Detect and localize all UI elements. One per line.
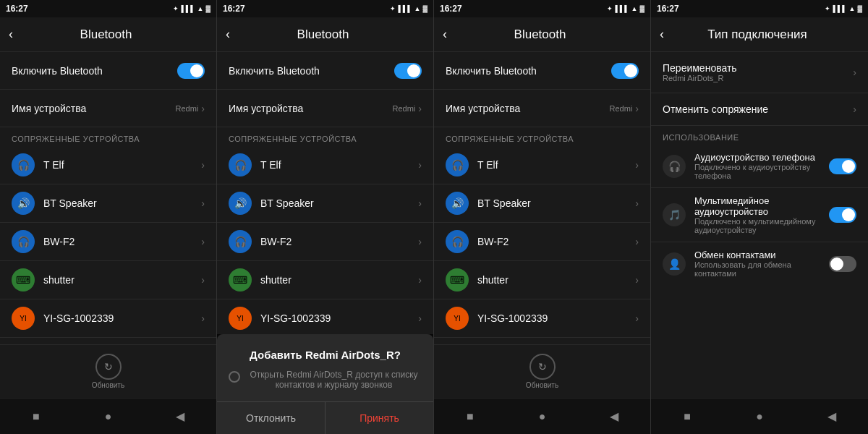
screen-title-3: Bluetooth [456, 27, 624, 42]
device-icon-bw-f2-3: 🎧 [446, 230, 469, 253]
device-shutter-1[interactable]: ⌨ shutter › [0, 261, 216, 299]
chevron-yi-sg-2: › [418, 312, 422, 324]
device-yi-sg-2[interactable]: YI YI-SG-1002339 › [217, 299, 433, 338]
battery-icon-3: ▓ [639, 5, 644, 12]
device-bt-music-1[interactable]: 🎧 Bluetooth music › [0, 338, 216, 344]
device-name-bt-speaker-3: BT Speaker [477, 197, 635, 209]
enable-bt-toggle-2[interactable] [394, 63, 422, 79]
status-bar-2: 16:27 ✦ ▌▌▌ ▲ ▓ [217, 0, 433, 17]
decline-button-2[interactable]: Отклонить [217, 402, 325, 434]
device-name-row-1[interactable]: Имя устройства Redmi › [0, 90, 216, 127]
toggle-contacts-4[interactable] [829, 256, 856, 272]
toggle-multimedia-4[interactable] [829, 207, 856, 223]
device-shutter-2[interactable]: ⌨ shutter › [217, 261, 433, 299]
bottom-bar-4: ■ ● ◀ [651, 398, 868, 434]
usage-sublabel-contacts-4: Использовать для обмена контактами [694, 260, 820, 278]
device-name-row-2[interactable]: Имя устройства Redmi › [217, 90, 433, 127]
device-bw-f2-3[interactable]: 🎧 BW-F2 › [434, 223, 650, 261]
bottom-bar-3: ■ ● ◀ [434, 398, 650, 434]
usage-text-phone-4: Аудиоустройство телефона Подключено к ау… [694, 152, 820, 180]
chevron-t-elf-2: › [418, 159, 422, 171]
nav-square-3[interactable]: ■ [456, 402, 485, 431]
paired-section-1: СОПРЯЖЕННЫЕ УСТРОЙСТВА [0, 127, 216, 146]
nav-square-1[interactable]: ■ [22, 402, 51, 431]
chevron-yi-sg-3: › [635, 312, 639, 324]
accept-button-2[interactable]: Принять [326, 402, 433, 434]
device-t-elf-2[interactable]: 🎧 T Elf › [217, 146, 433, 184]
nav-circle-3[interactable]: ● [527, 402, 556, 431]
enable-bt-row-2[interactable]: Включить Bluetooth [217, 52, 433, 90]
enable-bt-toggle-1[interactable] [177, 63, 205, 79]
device-t-elf-1[interactable]: 🎧 T Elf › [0, 146, 216, 184]
nav-back-4[interactable]: ◀ [817, 402, 846, 431]
device-name-row-3[interactable]: Имя устройства Redmi › [434, 90, 650, 127]
enable-bt-row-1[interactable]: Включить Bluetooth [0, 52, 216, 90]
bt-icon-4: ✦ [825, 5, 830, 12]
enable-bt-toggle-3[interactable] [611, 63, 639, 79]
bt-icon-2: ✦ [390, 5, 396, 12]
device-bt-speaker-1[interactable]: 🔊 BT Speaker › [0, 184, 216, 223]
toggle-phone-4[interactable] [829, 158, 856, 174]
top-bar-1: ‹ Bluetooth [0, 17, 216, 52]
wifi-icon-1: ▲ [197, 5, 204, 12]
device-name-yi-sg-3: YI-SG-1002339 [477, 312, 635, 324]
device-name-yi-sg-2: YI-SG-1002339 [260, 312, 418, 324]
device-bt-speaker-3[interactable]: 🔊 BT Speaker › [434, 184, 650, 223]
signal-icon-3: ▌▌▌ [615, 5, 629, 12]
device-t-elf-3[interactable]: 🎧 T Elf › [434, 146, 650, 184]
back-button-3[interactable]: ‹ [443, 27, 447, 42]
device-name-t-elf-3: T Elf [477, 159, 635, 171]
usage-sublabel-multimedia-4: Подключено к мультимедийному аудиоустрой… [694, 217, 820, 234]
time-4: 16:27 [657, 4, 679, 14]
back-button-4[interactable]: ‹ [660, 27, 664, 42]
dialog-radio-2[interactable] [229, 371, 240, 383]
content-1: Включить Bluetooth Имя устройства Redmi … [0, 52, 216, 344]
device-icon-yi-sg-2: YI [229, 307, 252, 330]
device-shutter-3[interactable]: ⌨ shutter › [434, 261, 650, 299]
usage-sublabel-phone-4: Подключено к аудиоустройству телефона [694, 163, 820, 180]
usage-label-phone-4: Аудиоустройство телефона [694, 152, 820, 163]
dialog-actions-2: Отклонить Принять [217, 401, 433, 434]
time-1: 16:27 [6, 4, 28, 14]
unpair-row-4[interactable]: Отменить сопряжение › [651, 93, 868, 126]
device-bw-f2-1[interactable]: 🎧 BW-F2 › [0, 223, 216, 261]
time-2: 16:27 [223, 4, 245, 14]
rename-label-4: Переименовать [663, 62, 853, 74]
top-bar-3: ‹ Bluetooth [434, 17, 650, 52]
usage-icon-contacts-4: 👤 [663, 252, 686, 276]
status-bar-3: 16:27 ✦ ▌▌▌ ▲ ▓ [434, 0, 650, 17]
chevron-t-elf-3: › [635, 159, 639, 171]
refresh-icon-3[interactable]: ↻ [529, 354, 556, 380]
signal-icon-2: ▌▌▌ [398, 5, 412, 12]
device-icon-t-elf-1: 🎧 [12, 153, 35, 176]
refresh-area-3[interactable]: ↻ Обновить [434, 344, 650, 398]
enable-bt-row-3[interactable]: Включить Bluetooth [434, 52, 650, 90]
device-name-bw-f2-1: BW-F2 [43, 236, 201, 247]
nav-circle-4[interactable]: ● [745, 402, 774, 431]
nav-back-3[interactable]: ◀ [600, 402, 629, 431]
back-button-1[interactable]: ‹ [9, 27, 13, 42]
back-button-2[interactable]: ‹ [226, 27, 230, 42]
usage-text-multimedia-4: Мультимедийное аудиоустройство Подключен… [694, 195, 820, 234]
nav-back-1[interactable]: ◀ [166, 402, 195, 431]
device-bt-music-3[interactable]: 🎧 Bluetooth music › [434, 338, 650, 344]
dialog-body-text-2: Открыть Redmi AirDots_R доступ к списку … [246, 370, 422, 390]
dialog-overlay-2: Добавить Redmi AirDots_R? Открыть Redmi … [217, 334, 433, 434]
device-yi-sg-3[interactable]: YI YI-SG-1002339 › [434, 299, 650, 338]
device-yi-sg-1[interactable]: YI YI-SG-1002339 › [0, 299, 216, 338]
device-bt-speaker-2[interactable]: 🔊 BT Speaker › [217, 184, 433, 223]
nav-circle-1[interactable]: ● [93, 402, 122, 431]
rename-chevron-4: › [853, 67, 856, 78]
device-bw-f2-2[interactable]: 🎧 BW-F2 › [217, 223, 433, 261]
battery-icon-4: ▓ [857, 5, 862, 12]
content-3: Включить Bluetooth Имя устройства Redmi … [434, 52, 650, 344]
device-icon-bt-speaker-3: 🔊 [446, 192, 469, 215]
device-name-value-1: Redmi [176, 104, 199, 113]
enable-bt-label-1: Включить Bluetooth [12, 65, 177, 77]
refresh-area-1[interactable]: ↻ Обновить [0, 344, 216, 398]
refresh-icon-1[interactable]: ↻ [95, 354, 122, 380]
nav-square-4[interactable]: ■ [673, 402, 702, 431]
status-icons-2: ✦ ▌▌▌ ▲ ▓ [390, 5, 427, 12]
rename-row-4[interactable]: Переименовать Redmi AirDots_R › [651, 52, 868, 93]
content-4: Переименовать Redmi AirDots_R › Отменить… [651, 52, 868, 398]
